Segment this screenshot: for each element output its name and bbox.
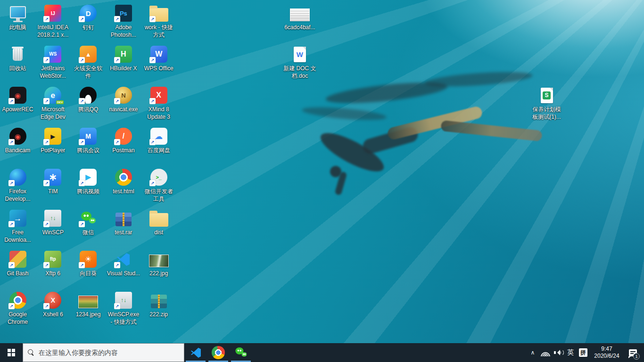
- navicat-icon: N↗: [106, 86, 141, 105]
- 222-jpg-icon: [141, 250, 176, 269]
- desktop-icon-label: 222.jpg: [149, 270, 169, 277]
- desktop-icon-potplayer[interactable]: ▶↗PotPlayer: [35, 127, 71, 154]
- desktop-icon-apowerrec[interactable]: ◉↗ApowerREC: [0, 86, 35, 113]
- desktop-icon-maintenance-plan-template[interactable]: S保养计划模板测试(1)...: [529, 86, 564, 121]
- icon-glyph: e: [51, 91, 55, 99]
- desktop-icon-sunflower-remote[interactable]: ☀↗向日葵: [71, 250, 106, 277]
- taskbar-app-vscode[interactable]: [184, 343, 207, 362]
- desktop-icon-winscp[interactable]: ↑↓↗WinSCP: [35, 209, 71, 236]
- desktop-icon-label: HBuilder X: [109, 65, 138, 72]
- desktop-icon-222-zip[interactable]: 222.zip: [141, 291, 176, 318]
- postman-icon: /↗: [106, 127, 141, 146]
- desktop-icon-bandicam[interactable]: ◉↗Bandicam: [0, 127, 35, 154]
- desktop-icon-label: test.rar: [114, 229, 133, 236]
- desktop-icon-new-doc-document[interactable]: W新建 DOC 文档.doc: [282, 45, 317, 80]
- desktop-icon-222-jpg[interactable]: 222.jpg: [141, 250, 176, 277]
- taskbar-clock[interactable]: 9:47 2020/6/24: [590, 343, 624, 362]
- desktop-icon-wechat-devtools[interactable]: >_↗微信开发者工具: [141, 168, 176, 203]
- desktop-icon-label: 222.zip: [149, 311, 169, 318]
- desktop-icon-firefox-developer[interactable]: ↗Firefox Develop...: [0, 168, 35, 203]
- icon-glyph: X: [51, 297, 55, 304]
- adobe-photoshop-icon: Ps↗: [106, 4, 141, 23]
- 222-zip-icon: [141, 291, 176, 310]
- desktop-icon-postman[interactable]: /↗Postman: [106, 127, 141, 154]
- apowerrec-icon: ◉↗: [0, 86, 35, 105]
- desktop-icon-jetbrains-webstorm[interactable]: WS↗JetBrains WebStor...: [35, 45, 71, 80]
- firefox-developer-icon: ↗: [0, 168, 35, 187]
- shortcut-arrow-icon: ↗: [8, 180, 15, 186]
- desktop-icon-test-html[interactable]: test.html: [106, 168, 141, 195]
- icon-glyph: D: [86, 10, 91, 17]
- visual-studio-code-icon: ↗: [106, 250, 141, 269]
- desktop-icon-xmind-8[interactable]: X↗XMind 8 Update 3: [141, 86, 176, 121]
- desktop-icon-xftp-6[interactable]: ftp↗Xftp 6: [35, 250, 71, 277]
- shortcut-arrow-icon: ↗: [79, 262, 85, 268]
- desktop-icon-dist-folder[interactable]: dist: [141, 209, 176, 236]
- icon-glyph: IJ: [51, 11, 55, 16]
- shortcut-arrow-icon: ↗: [114, 98, 120, 104]
- desktop-icon-label: 保养计划模板测试(1)...: [529, 106, 564, 121]
- desktop-icon-baidu-netdisk[interactable]: ☁↗百度网盘: [141, 127, 176, 154]
- desktop-icon-winscp-exe-shortcut[interactable]: ↑↓↗WinSCP.exe - 快捷方式: [106, 291, 141, 326]
- desktop-icon-recycle-bin[interactable]: 回收站: [0, 45, 35, 72]
- desktop-icon-visual-studio-code[interactable]: ↗Visual Stud...: [106, 250, 141, 277]
- icon-glyph: ∗: [49, 172, 57, 182]
- desktop-icon-label: 腾讯视频: [76, 188, 100, 195]
- desktop-icon-1234-jpeg[interactable]: 1234.jpeg: [71, 291, 106, 318]
- desktop-icon-adobe-photoshop[interactable]: Ps↗Adobe Photosh...: [106, 4, 141, 39]
- desktop-icon-6cadc4baf-image[interactable]: 6cadc4baf...: [282, 4, 317, 31]
- desktop-screen: 此电脑回收站◉↗ApowerREC◉↗Bandicam↗Firefox Deve…: [0, 0, 644, 362]
- desktop-icon-this-pc[interactable]: 此电脑: [0, 4, 35, 31]
- desktop-icon-google-chrome[interactable]: ↗Google Chrome: [0, 291, 35, 326]
- shortcut-arrow-icon: ↗: [149, 180, 156, 186]
- desktop-icon-tencent-meeting[interactable]: M↗腾讯会议: [71, 127, 106, 154]
- desktop-icon-label: work - 快捷方式: [141, 24, 176, 39]
- desktop-icon-hbuilder-x[interactable]: H↗HBuilder X: [106, 45, 141, 72]
- desktop[interactable]: 此电脑回收站◉↗ApowerREC◉↗Bandicam↗Firefox Deve…: [0, 0, 644, 343]
- free-download-manager-icon: →↗: [0, 209, 35, 228]
- jetbrains-webstorm-icon: WS↗: [35, 45, 71, 64]
- shortcut-arrow-icon: ↗: [79, 180, 85, 186]
- shortcut-arrow-icon: ↗: [114, 57, 120, 63]
- desktop-icon-navicat[interactable]: N↗navicat.exe: [106, 86, 141, 113]
- desktop-icon-intellij-idea[interactable]: IJ↗IntelliJ IDEA 2018.2.1 x...: [35, 4, 71, 39]
- shortcut-arrow-icon: ↗: [114, 16, 120, 22]
- desktop-icon-wps-office[interactable]: W↗WPS Office: [141, 45, 176, 72]
- desktop-icon-tencent-qq[interactable]: ↗腾讯QQ: [71, 86, 106, 113]
- ime-pinyin-indicator[interactable]: 拼: [577, 343, 590, 362]
- huorong-security-icon: ▲↗: [71, 45, 106, 64]
- start-button[interactable]: [0, 343, 23, 362]
- google-chrome-icon: ↗: [0, 291, 35, 310]
- show-hidden-icons-button[interactable]: ∧: [527, 343, 539, 362]
- ime-language-indicator[interactable]: 英: [564, 343, 577, 362]
- desktop-icon-test-rar[interactable]: test.rar: [106, 209, 141, 236]
- new-doc-document-icon: W: [282, 45, 317, 64]
- taskbar-apps: [184, 343, 252, 362]
- desktop-icon-free-download-manager[interactable]: →↗Free Downloa...: [0, 209, 35, 244]
- desktop-icon-label: TIM: [47, 188, 59, 195]
- desktop-icon-xshell-6[interactable]: X↗Xshell 6: [35, 291, 71, 318]
- desktop-icon-label: Xftp 6: [45, 270, 61, 277]
- icon-glyph: S: [543, 91, 551, 99]
- shortcut-arrow-icon: ↗: [43, 180, 50, 186]
- desktop-icon-microsoft-edge-dev[interactable]: eDEV↗Microsoft Edge Dev: [35, 86, 71, 121]
- desktop-icon-tim[interactable]: ∗↗TIM: [35, 168, 71, 195]
- tencent-qq-icon: ↗: [71, 86, 106, 105]
- desktop-icon-work-shortcut[interactable]: ↗work - 快捷方式: [141, 4, 176, 39]
- taskbar-search[interactable]: [23, 343, 184, 362]
- desktop-icon-dingtalk[interactable]: D↗钉钉: [71, 4, 106, 31]
- desktop-icon-huorong-security[interactable]: ▲↗火绒安全软件: [71, 45, 106, 80]
- shortcut-arrow-icon: ↗: [149, 98, 156, 104]
- wifi-icon[interactable]: [539, 343, 552, 362]
- volume-icon[interactable]: [552, 343, 564, 362]
- action-center-button[interactable]: 1: [624, 343, 642, 362]
- shortcut-arrow-icon: ↗: [43, 139, 50, 145]
- taskbar-app-wechat[interactable]: [230, 343, 252, 362]
- taskbar-app-chrome[interactable]: [207, 343, 230, 362]
- xshell-6-icon: X↗: [35, 291, 71, 310]
- desktop-icon-tencent-video[interactable]: ▶↗腾讯视频: [71, 168, 106, 195]
- desktop-icon-wechat[interactable]: ↗微信: [71, 209, 106, 236]
- desktop-icon-label: 新建 DOC 文档.doc: [282, 65, 317, 80]
- search-input[interactable]: [39, 349, 179, 356]
- desktop-icon-git-bash[interactable]: ↗Git Bash: [0, 250, 35, 277]
